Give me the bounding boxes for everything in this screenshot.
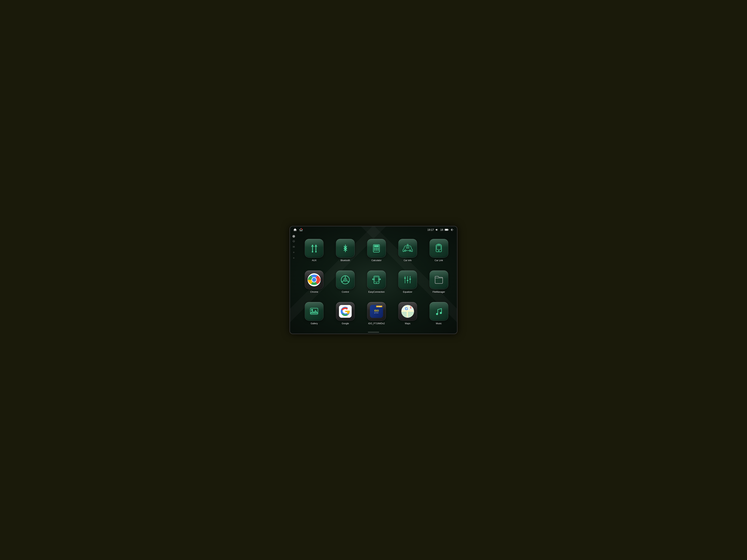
easyconnection-icon — [367, 270, 386, 289]
svg-rect-25 — [406, 246, 409, 249]
svg-rect-42 — [375, 277, 378, 282]
power-side-btn[interactable] — [292, 239, 296, 243]
home-icon[interactable] — [293, 228, 297, 232]
svg-point-58 — [410, 307, 411, 308]
side-panel — [290, 233, 298, 334]
app-carlink[interactable]: Car Link — [424, 236, 453, 265]
carinfo-icon: i — [398, 239, 417, 258]
igo-icon-container: nextgen iGO primo — [367, 302, 386, 321]
bluetooth-icon — [336, 239, 355, 258]
maps-label: Maps — [405, 322, 410, 325]
svg-point-59 — [436, 313, 438, 315]
app-chrome[interactable]: Chrome — [300, 267, 329, 297]
svg-rect-3 — [445, 229, 448, 230]
bluetooth-label: Bluetooth — [341, 259, 350, 262]
app-aux[interactable]: AUX — [300, 236, 329, 265]
side-btn-2[interactable] — [292, 250, 296, 255]
volume-level: 18 — [440, 228, 443, 231]
device-frame: 19:17 18 — [289, 226, 458, 334]
svg-rect-18 — [374, 249, 376, 250]
gallery-label: Gallery — [311, 322, 318, 325]
carlink-label: Car Link — [435, 259, 443, 262]
app-igo[interactable]: nextgen iGO primo iGO_P719WDv2 — [362, 299, 391, 328]
svg-rect-47 — [404, 278, 406, 279]
control-label: Control — [342, 291, 349, 293]
music-icon — [430, 302, 448, 321]
svg-point-11 — [315, 251, 316, 252]
time-display: 19:17 — [427, 228, 434, 231]
svg-rect-20 — [378, 249, 379, 250]
svg-rect-49 — [409, 279, 411, 279]
equalizer-label: Equalizer — [403, 291, 412, 293]
app-maps[interactable]: G Maps — [393, 299, 422, 328]
music-label: Music — [436, 322, 442, 325]
calculator-label: Calculator — [371, 259, 382, 262]
svg-point-43 — [376, 283, 377, 283]
gallery-icon — [305, 302, 324, 321]
app-google[interactable]: Google — [331, 299, 360, 328]
side-btn-1[interactable] — [292, 245, 296, 249]
aux-icon — [305, 239, 324, 258]
app-easyconnection[interactable]: EasyConnection — [362, 267, 391, 297]
carlink-icon — [430, 239, 448, 258]
side-indicator — [292, 235, 295, 238]
svg-point-31 — [438, 250, 439, 251]
app-control[interactable]: Control — [331, 267, 360, 297]
control-icon — [336, 270, 355, 289]
google-label: Google — [342, 322, 349, 325]
google-icon-container — [336, 302, 355, 321]
svg-line-38 — [341, 281, 344, 282]
app-grid: AUX Bluetooth — [298, 234, 455, 330]
svg-rect-15 — [374, 248, 376, 249]
svg-point-23 — [405, 250, 406, 251]
svg-point-60 — [440, 312, 442, 314]
svg-rect-19 — [376, 249, 377, 250]
svg-rect-2 — [448, 230, 448, 230]
chrome-icon-container — [305, 270, 324, 289]
equalizer-icon — [398, 270, 417, 289]
battery-icon — [445, 228, 449, 231]
svg-rect-16 — [376, 248, 377, 249]
svg-point-40 — [345, 279, 346, 281]
app-equalizer[interactable]: Equalizer — [393, 267, 422, 297]
filemanager-label: FileManager — [433, 291, 445, 293]
bottom-indicator — [368, 332, 379, 332]
screen: 19:17 18 — [290, 226, 457, 334]
svg-line-39 — [347, 281, 349, 282]
back-icon[interactable] — [450, 228, 454, 232]
svg-rect-14 — [374, 245, 379, 247]
side-btn-3[interactable] — [292, 256, 296, 260]
svg-point-24 — [410, 250, 410, 251]
status-left — [293, 228, 303, 232]
aux-label: AUX — [312, 259, 316, 262]
status-right: 19:17 18 — [427, 228, 454, 232]
svg-point-34 — [312, 278, 316, 282]
status-bar: 19:17 18 — [290, 226, 457, 233]
home-outline-icon[interactable] — [299, 228, 303, 232]
igo-label: iGO_P719WDv2 — [368, 322, 385, 325]
app-filemanager[interactable]: FileManager — [424, 267, 453, 297]
easyconnection-label: EasyConnection — [368, 291, 385, 293]
filemanager-icon — [430, 270, 448, 289]
svg-rect-48 — [407, 280, 408, 281]
calculator-icon — [367, 239, 386, 258]
maps-icon-container: G — [398, 302, 417, 321]
svg-point-51 — [311, 309, 313, 311]
carinfo-label: Car Info — [404, 259, 412, 262]
svg-rect-17 — [378, 248, 379, 249]
svg-point-10 — [312, 251, 313, 252]
svg-rect-30 — [437, 246, 441, 249]
app-gallery[interactable]: Gallery — [300, 299, 329, 328]
chrome-label: Chrome — [310, 291, 318, 293]
volume-icon — [435, 228, 439, 232]
svg-text:G: G — [405, 306, 408, 311]
app-carinfo[interactable]: i Car Info — [393, 236, 422, 265]
app-calculator[interactable]: Calculator — [362, 236, 391, 265]
svg-point-0 — [302, 229, 302, 230]
app-music[interactable]: Music — [424, 299, 453, 328]
app-bluetooth[interactable]: Bluetooth — [331, 236, 360, 265]
